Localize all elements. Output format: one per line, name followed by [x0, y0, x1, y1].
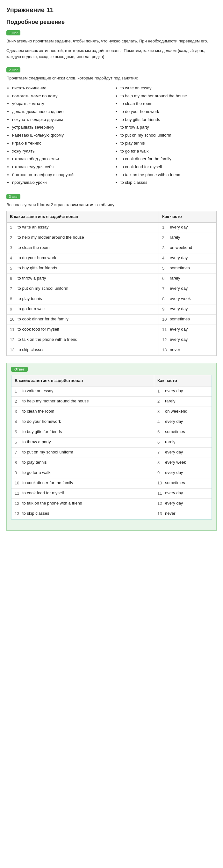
frequency-text: every week: [170, 296, 191, 302]
activity-cell: 13to skip classes: [7, 345, 159, 355]
list-item: готовлю обед для семьи: [12, 155, 108, 163]
frequency-cell: 8every week: [154, 458, 212, 468]
row-number: 10: [157, 480, 163, 486]
table-row: 9to go for a walk9every day: [7, 304, 216, 315]
activity-cell: 7to put on my school uniform: [7, 284, 159, 294]
table-row: 8to play tennis8every week: [11, 458, 212, 468]
activity-text: to clean the room: [17, 245, 49, 250]
solution-title: Подробное решение: [6, 19, 217, 26]
frequency-text: sometimes: [170, 316, 190, 322]
frequency-cell: 8every week: [159, 294, 216, 304]
frequency-cell: 6rarely: [154, 437, 212, 447]
row-number: 6: [10, 275, 15, 281]
activity-text: to talk on the phone with a friend: [17, 337, 77, 342]
list-item: надеваю школьную форму: [12, 131, 108, 140]
frequency-text: rarely: [165, 439, 176, 445]
row-number: 11: [10, 327, 15, 333]
activity-text: to talk on the phone with a friend: [22, 500, 82, 506]
row-number: 9: [10, 306, 15, 312]
activity-cell: 13to skip classes: [11, 509, 154, 519]
activity-cell: 11to cook food for myself: [11, 489, 154, 498]
frequency-text: every week: [165, 460, 186, 465]
frequency-cell: 2rarely: [159, 233, 216, 243]
frequency-text: never: [170, 347, 180, 352]
main-table: В каких занятиях я задействован Как част…: [6, 211, 217, 355]
row-number: 3: [10, 245, 15, 251]
frequency-text: sometimes: [165, 480, 185, 486]
list-item: прогуливаю уроки: [12, 179, 108, 187]
row-number: 12: [157, 500, 163, 506]
row-number: 11: [15, 490, 21, 496]
table-row: 3to clean the room3on weekend: [11, 407, 212, 417]
row-number: 8: [162, 296, 168, 302]
activity-cell: 1to write an essay: [7, 223, 159, 232]
activity-cell: 9to go for a walk: [11, 468, 154, 478]
row-number: 6: [15, 439, 21, 445]
activity-cell: 11to cook food for myself: [7, 325, 159, 335]
activity-cell: 8to play tennis: [7, 294, 159, 304]
table-header: В каких занятиях я задействован Как част…: [7, 211, 216, 222]
row-number: 3: [162, 245, 168, 251]
activity-text: to throw a party: [17, 275, 46, 281]
activity-text: to buy gifts for friends: [22, 429, 62, 435]
list-item: to write an essay: [120, 84, 217, 92]
table-row: 11to cook food for myself11every day: [11, 489, 212, 499]
row-number: 8: [10, 296, 15, 302]
frequency-cell: 9every day: [154, 468, 212, 478]
activity-text: to put on my school uniform: [22, 449, 73, 455]
table-body: 1to write an essay1every day2to help my …: [7, 223, 216, 355]
table-row: 3to clean the room3on weekend: [7, 243, 216, 253]
activity-cell: 3to clean the room: [11, 407, 154, 417]
activity-text: to cook food for myself: [17, 327, 59, 332]
activity-text: to cook dinner for the family: [22, 480, 73, 486]
activity-cell: 8to play tennis: [11, 458, 154, 468]
table-row: 10to cook dinner for the family10sometim…: [11, 478, 212, 489]
list-item: to skip classes: [120, 179, 217, 187]
row-number: 5: [15, 429, 21, 435]
step-1-text: Внимательно прочитаем задание, чтобы пон…: [6, 38, 217, 44]
activity-cell: 6to throw a party: [11, 437, 154, 447]
activity-text: to write an essay: [22, 388, 53, 394]
table-row: 13to skip classes13never: [7, 345, 216, 355]
activity-text: to do your homework: [17, 255, 56, 261]
frequency-cell: 7every day: [159, 284, 216, 294]
frequency-cell: 5sometimes: [159, 264, 216, 274]
table-row: 8to play tennis8every week: [7, 294, 216, 304]
step-2-text: Прочитаем следующие списки слов, которые…: [6, 75, 217, 82]
frequency-text: rarely: [170, 275, 180, 281]
frequency-cell: 10sometimes: [159, 315, 216, 324]
step-1-badge: 1 шаг: [6, 30, 21, 35]
list-item: to throw a party: [120, 124, 217, 131]
table-col1-header: В каких занятиях я задействован: [7, 211, 159, 222]
frequency-cell: 4every day: [159, 253, 216, 263]
frequency-cell: 9every day: [159, 304, 216, 314]
page-title: Упражнение 11: [6, 6, 217, 14]
row-number: 6: [162, 275, 168, 281]
row-number: 11: [162, 327, 168, 333]
list-item: to buy gifts for friends: [120, 116, 217, 124]
activity-cell: 9to go for a walk: [7, 304, 159, 314]
step-3-badge: 3 шаг: [6, 194, 21, 199]
activity-text: to buy gifts for friends: [17, 265, 57, 271]
frequency-text: every day: [165, 500, 183, 506]
frequency-text: every day: [165, 490, 183, 496]
answer-table-body: 1to write an essay1every day2to help my …: [11, 386, 212, 519]
activity-text: to help my mother around the house: [22, 398, 89, 404]
step-1-text2: Сделаем список активностей, в которых мы…: [6, 48, 217, 60]
activity-text: to write an essay: [17, 224, 49, 230]
table-row: 11to cook food for myself11every day: [7, 325, 216, 335]
step-1-block: 1 шаг Внимательно прочитаем задание, что…: [6, 30, 217, 60]
table-col2-header: Как часто: [159, 211, 216, 222]
row-number: 4: [162, 255, 168, 261]
frequency-text: every day: [165, 419, 183, 425]
table-row: 1to write an essay1every day: [7, 223, 216, 233]
frequency-text: on weekend: [170, 245, 192, 250]
activity-text: to throw a party: [22, 439, 51, 445]
table-row: 2to help my mother around the house2rare…: [11, 397, 212, 407]
table-row: 5to buy gifts for friends5sometimes: [7, 264, 216, 274]
frequency-cell: 13never: [159, 345, 216, 355]
row-number: 2: [162, 235, 168, 241]
activity-text: to skip classes: [22, 510, 49, 516]
table-row: 10to cook dinner for the family10sometim…: [7, 315, 216, 325]
frequency-cell: 10sometimes: [154, 478, 212, 488]
